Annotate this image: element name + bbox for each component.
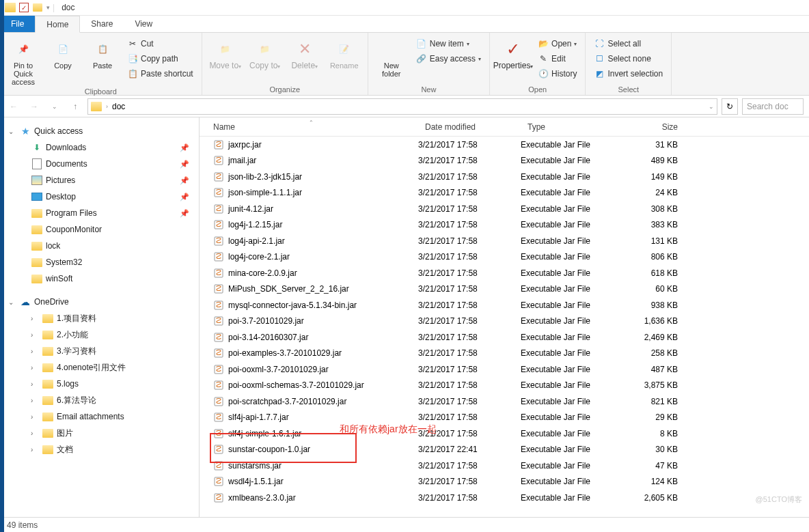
invert-selection-button[interactable]: ◩Invert selection <box>591 67 666 81</box>
column-type[interactable]: Type <box>521 122 623 132</box>
address-bar[interactable]: › doc ⌄ <box>87 98 717 115</box>
new-item-button[interactable]: 📄New item▾ <box>413 37 484 51</box>
nav-back-button[interactable]: ← <box>5 98 22 115</box>
search-input[interactable]: Search doc <box>742 98 804 115</box>
open-button[interactable]: 📂Open▾ <box>535 37 579 51</box>
sidebar-item[interactable]: ›图片 <box>0 425 199 441</box>
nav-forward-button[interactable]: → <box>26 98 42 115</box>
chevron-down-icon[interactable]: ⌄ <box>8 298 16 306</box>
file-row[interactable]: jaxrpc.jar 3/21/2017 17:58 Executable Ja… <box>200 137 809 153</box>
sidebar-item-winsoft[interactable]: winSoft <box>0 270 199 287</box>
refresh-button[interactable]: ↻ <box>722 98 738 115</box>
sidebar-item[interactable]: ›1.项目资料 <box>0 310 199 326</box>
selectnone-icon: ☐ <box>594 53 605 64</box>
file-row[interactable]: xmlbeans-2.3.0.jar 3/21/2017 17:58 Execu… <box>200 490 809 506</box>
address-chevron-icon[interactable]: › <box>106 103 108 110</box>
sidebar-item-documents[interactable]: Documents📌 <box>0 156 199 172</box>
qat-newfolder-icon[interactable] <box>31 1 44 14</box>
file-row[interactable]: log4j-api-2.1.jar 3/21/2017 17:58 Execut… <box>200 233 809 249</box>
file-row[interactable]: slf4j-simple-1.6.1.jar 3/21/2017 17:58 E… <box>200 425 809 442</box>
copy-path-button[interactable]: 📑Copy path <box>124 52 196 66</box>
sidebar-item[interactable]: ›6.算法导论 <box>0 392 199 408</box>
tab-share[interactable]: Share <box>80 16 124 32</box>
cut-button[interactable]: ✂Cut <box>124 37 196 51</box>
file-row[interactable]: junit-4.12.jar 3/21/2017 17:58 Executabl… <box>200 201 809 217</box>
column-size[interactable]: Size <box>623 122 691 132</box>
chevron-right-icon[interactable]: › <box>31 315 39 322</box>
file-row[interactable]: poi-scratchpad-3.7-20101029.jar 3/21/201… <box>200 393 809 410</box>
chevron-right-icon[interactable]: › <box>31 364 39 372</box>
file-row[interactable]: MiPush_SDK_Server_2_2_16.jar 3/21/2017 1… <box>200 281 809 298</box>
sidebar-item-desktop[interactable]: Desktop📌 <box>0 188 199 205</box>
new-folder-button[interactable]: New folder <box>374 36 409 78</box>
copy-to-button[interactable]: 📁 Copy to▾ <box>247 36 283 71</box>
paste-button[interactable]: 📋 Paste <box>85 36 120 70</box>
chevron-right-icon[interactable]: › <box>31 430 39 437</box>
address-dropdown-icon[interactable]: ⌄ <box>709 103 714 110</box>
file-date: 3/21/2017 17:58 <box>418 412 521 422</box>
column-name[interactable]: ⌃Name <box>200 122 418 132</box>
sidebar-item-program-files[interactable]: Program Files📌 <box>0 205 199 221</box>
file-row[interactable]: poi-3.7-20101029.jar 3/21/2017 17:58 Exe… <box>200 313 809 330</box>
file-row[interactable]: mysql-connector-java-5.1.34-bin.jar 3/21… <box>200 297 809 313</box>
file-row[interactable]: log4j-1.2.15.jar 3/21/2017 17:58 Executa… <box>200 217 809 234</box>
file-list[interactable]: jaxrpc.jar 3/21/2017 17:58 Executable Ja… <box>200 137 809 517</box>
file-row[interactable]: slf4j-api-1.7.7.jar 3/21/2017 17:58 Exec… <box>200 410 809 426</box>
sidebar-item-downloads[interactable]: Downloads📌 <box>0 139 199 156</box>
file-row[interactable]: wsdl4j-1.5.1.jar 3/21/2017 17:58 Executa… <box>200 474 809 490</box>
sidebar-item[interactable]: ›4.onenote引用文件 <box>0 359 199 376</box>
rename-button[interactable]: 📝 Rename <box>327 36 362 70</box>
app-icon <box>4 1 16 14</box>
history-button[interactable]: 🕐History <box>535 67 579 81</box>
delete-button[interactable]: ✕ Delete▾ <box>287 36 323 71</box>
qat-dropdown-icon[interactable]: ▾ <box>46 4 50 11</box>
edit-button[interactable]: ✎Edit <box>535 52 579 66</box>
sidebar-item-lock[interactable]: lock <box>0 238 199 254</box>
nav-up-button[interactable]: ↑ <box>67 98 83 115</box>
sidebar-quick-access[interactable]: ⌄ ★ Quick access <box>0 123 199 139</box>
easy-access-button[interactable]: 🔗Easy access▾ <box>413 52 484 66</box>
sidebar-item[interactable]: ›文档 <box>0 441 199 458</box>
tab-view[interactable]: View <box>124 16 163 32</box>
file-row[interactable]: sunstarsms.jar 3/21/2017 17:58 Executabl… <box>200 458 809 474</box>
chevron-right-icon[interactable]: › <box>31 397 39 404</box>
select-none-button[interactable]: ☐Select none <box>591 52 666 66</box>
file-row[interactable]: log4j-core-2.1.jar 3/21/2017 17:58 Execu… <box>200 249 809 266</box>
sidebar-item-pictures[interactable]: Pictures📌 <box>0 172 199 188</box>
chevron-down-icon[interactable]: ⌄ <box>8 128 16 135</box>
sidebar-item[interactable]: ›5.logs <box>0 376 199 392</box>
chevron-right-icon[interactable]: › <box>31 331 39 339</box>
file-row[interactable]: mina-core-2.0.9.jar 3/21/2017 17:58 Exec… <box>200 265 809 281</box>
file-row[interactable]: json-simple-1.1.1.jar 3/21/2017 17:58 Ex… <box>200 185 809 201</box>
nav-recent-dropdown[interactable]: ⌄ <box>46 98 63 115</box>
open-icon: 📂 <box>538 38 549 49</box>
tab-home[interactable]: Home <box>35 16 80 33</box>
file-row[interactable]: jmail.jar 3/21/2017 17:58 Executable Jar… <box>200 153 809 169</box>
column-date[interactable]: Date modified <box>418 122 521 132</box>
sidebar-item-system32[interactable]: System32 <box>0 254 199 270</box>
tab-file[interactable]: File <box>0 16 35 32</box>
file-name: log4j-core-2.1.jar <box>228 252 290 262</box>
select-all-button[interactable]: ⛶Select all <box>591 37 666 51</box>
copy-button[interactable]: 📄 Copy <box>45 36 81 70</box>
file-row[interactable]: poi-examples-3.7-20101029.jar 3/21/2017 … <box>200 346 809 362</box>
paste-shortcut-button[interactable]: 📋Paste shortcut <box>124 67 196 81</box>
sidebar-onedrive[interactable]: ⌄ ☁ OneDrive <box>0 294 199 310</box>
chevron-right-icon[interactable]: › <box>31 380 39 388</box>
chevron-right-icon[interactable]: › <box>31 446 39 453</box>
file-row[interactable]: poi-3.14-20160307.jar 3/21/2017 17:58 Ex… <box>200 329 809 346</box>
file-row[interactable]: json-lib-2.3-jdk15.jar 3/21/2017 17:58 E… <box>200 169 809 185</box>
file-row[interactable]: poi-ooxml-3.7-20101029.jar 3/21/2017 17:… <box>200 361 809 378</box>
chevron-right-icon[interactable]: › <box>31 348 39 355</box>
pin-to-quick-access-button[interactable]: 📌 Pin to Quick access <box>5 36 41 86</box>
properties-button[interactable]: ✓ Properties▾ <box>495 36 531 71</box>
sidebar-item[interactable]: ›Email attachments <box>0 408 199 425</box>
file-row[interactable]: sunstar-coupon-1.0.jar 3/21/2017 22:41 E… <box>200 442 809 458</box>
sidebar-item[interactable]: ›3.学习资料 <box>0 343 199 359</box>
chevron-right-icon[interactable]: › <box>31 413 39 421</box>
qat-properties-icon[interactable]: ✓ <box>19 3 29 12</box>
file-row[interactable]: poi-ooxml-schemas-3.7-20101029.jar 3/21/… <box>200 378 809 394</box>
move-to-button[interactable]: 📁 Move to▾ <box>208 36 243 71</box>
sidebar-item[interactable]: ›2.小功能 <box>0 326 199 343</box>
sidebar-item-couponmonitor[interactable]: CouponMonitor <box>0 221 199 238</box>
